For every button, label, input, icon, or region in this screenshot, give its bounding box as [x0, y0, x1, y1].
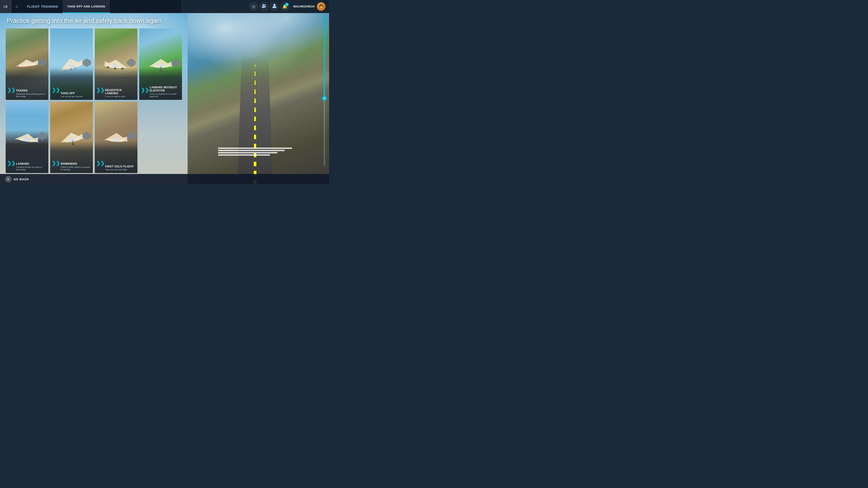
landing-text: LANDING Combine throttle and yoke to lan…	[16, 162, 46, 171]
svg-point-3	[264, 6, 266, 7]
landing-title: LANDING	[16, 162, 46, 165]
achievements-button[interactable]: ◎	[249, 2, 258, 11]
card-downwind[interactable]: ❯❯ DOWNWIND Follow a traffic pattern to …	[50, 102, 93, 173]
elevator-text: LANDING WITHOUT ELEVATOR Focus on thrott…	[150, 86, 180, 98]
solo-arrow: ❯❯	[97, 160, 104, 167]
main-content: Practice getting into the air and safely…	[0, 13, 188, 184]
elevator-arrow: ❯❯	[142, 87, 148, 94]
logo-icon: LB	[4, 5, 7, 8]
svg-rect-12	[26, 66, 28, 68]
card-takeoff[interactable]: ❯❯ TAKE-OFF Line up and get airborne	[50, 29, 93, 100]
page-subtitle: Practice getting into the air and safely…	[7, 17, 163, 24]
svg-point-1	[264, 4, 266, 6]
svg-point-5	[272, 6, 276, 8]
background-runway	[181, 0, 329, 184]
deadstick-arrow: ❯❯	[97, 87, 104, 94]
takeoff-title: TAKE-OFF	[61, 92, 91, 95]
takeoff-arrow: ❯❯	[53, 87, 59, 94]
elevator-desc: Focus on throttle for a smooth approach	[150, 93, 180, 98]
card-taxiing[interactable]: ❯❯ TAXIING Maneuver from parking space t…	[6, 29, 49, 100]
bottom-bar: B GO BACK	[0, 174, 329, 184]
community-icon	[262, 4, 266, 9]
nav-takeoff-landing[interactable]: TAKE-OFF AND LANDING	[63, 0, 110, 13]
card-solo[interactable]: ❯❯ FIRST SOLO FLIGHT Take your first sol…	[95, 102, 137, 173]
landing-arrow: ❯❯	[8, 160, 15, 167]
progress-fill	[324, 15, 325, 98]
avatar: 🧑	[317, 2, 326, 11]
user-section[interactable]: MACHKOVECH 🧑	[290, 2, 326, 11]
svg-rect-11	[17, 66, 19, 67]
community-button[interactable]	[259, 2, 269, 11]
notification-badge: 1	[285, 3, 289, 6]
go-back-label: GO BACK	[13, 177, 29, 181]
logo-button[interactable]: LB	[0, 0, 11, 13]
deadstick-title: DEADSTICK LANDING	[105, 89, 135, 95]
downwind-arrow: ❯❯	[53, 160, 59, 167]
profile-icon	[272, 4, 276, 9]
card-landing[interactable]: ❯❯ LANDING Combine throttle and yoke to …	[6, 102, 49, 173]
lesson-cards-grid: ❯❯ TAXIING Maneuver from parking space t…	[6, 29, 182, 173]
solo-desc: Take your first solo flight	[105, 168, 135, 171]
solo-title: FIRST SOLO FLIGHT	[105, 165, 135, 168]
profile-button[interactable]	[270, 2, 279, 11]
takeoff-desc: Line up and get airborne	[61, 95, 91, 98]
header-right: ◎ 🔔 1 MACHK	[249, 2, 329, 11]
svg-point-4	[273, 4, 276, 6]
landing-desc: Combine throttle and yoke to land safely	[16, 166, 46, 171]
takeoff-text: TAKE-OFF Line up and get airborne	[61, 92, 91, 98]
home-icon: ⌂	[16, 4, 18, 9]
deadstick-text: DEADSTICK LANDING Focus on yoke to land	[105, 89, 135, 98]
nav-flight-training[interactable]: FLIGHT TRAINING	[23, 0, 63, 13]
achievements-icon: ◎	[252, 4, 255, 9]
downwind-text: DOWNWIND Follow a traffic pattern to pre…	[61, 162, 91, 171]
svg-rect-13	[33, 66, 35, 67]
card-deadstick[interactable]: ❯❯ DEADSTICK LANDING Focus on yoke to la…	[95, 29, 137, 100]
deadstick-desc: Focus on yoke to land	[105, 95, 135, 98]
header: LB ⌂ FLIGHT TRAINING TAKE-OFF AND LANDIN…	[0, 0, 329, 13]
downwind-desc: Follow a traffic pattern to prepare for …	[61, 166, 91, 171]
svg-point-0	[262, 4, 264, 6]
home-button[interactable]: ⌂	[11, 0, 23, 13]
downwind-title: DOWNWIND	[61, 162, 91, 165]
notifications-button[interactable]: 🔔 1	[280, 2, 289, 11]
taxiing-text: TAXIING Maneuver from parking space to t…	[16, 89, 46, 98]
b-button-icon: B	[5, 176, 11, 182]
go-back-button[interactable]: B GO BACK	[5, 176, 29, 182]
taxiing-title: TAXIING	[16, 89, 46, 92]
solo-text: FIRST SOLO FLIGHT Take your first solo f…	[105, 165, 135, 171]
elevator-title: LANDING WITHOUT ELEVATOR	[150, 86, 180, 92]
taxiing-arrow: ❯❯	[8, 87, 15, 94]
card-elevator[interactable]: ❯❯ LANDING WITHOUT ELEVATOR Focus on thr…	[139, 29, 182, 100]
username-label: MACHKOVECH	[293, 5, 315, 8]
taxiing-desc: Maneuver from parking space to the runwa…	[16, 93, 46, 98]
progress-bar	[324, 15, 325, 166]
